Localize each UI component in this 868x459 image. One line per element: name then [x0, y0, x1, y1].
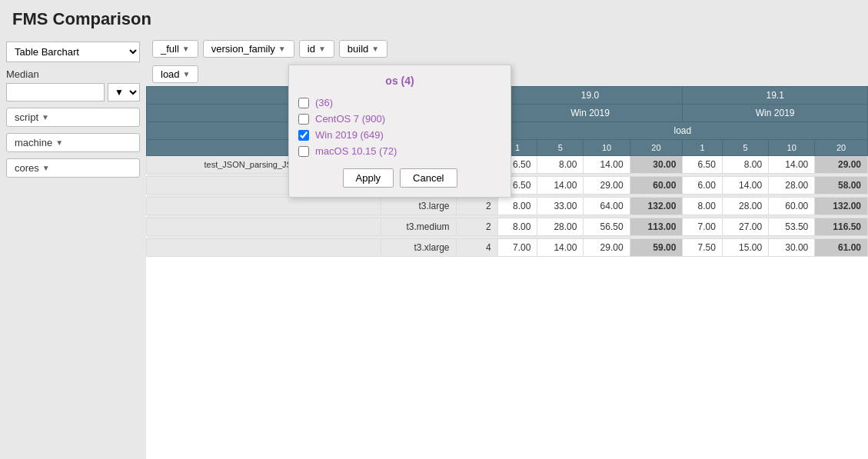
script-filter-arrow: ▼	[42, 113, 49, 121]
cell-value: 8.00	[683, 198, 723, 215]
checkbox-centos7[interactable]	[298, 114, 309, 125]
cell-value: 64.00	[584, 198, 630, 215]
cell-value: 132.00	[815, 198, 868, 215]
label-macos[interactable]: macOS 10.15 (72)	[315, 145, 397, 157]
apply-button[interactable]: Apply	[343, 168, 394, 188]
cell-script	[147, 218, 381, 236]
cell-machine: t3.xlarge	[381, 239, 456, 257]
content-area: _full ▼ version_family ▼ id ▼ build ▼	[146, 35, 868, 459]
th-load-20b: 20	[815, 140, 868, 156]
cell-value: 56.50	[584, 218, 630, 236]
th-19-1: 19.1	[683, 87, 868, 105]
build-arrow: ▼	[371, 45, 379, 53]
cell-cores: 2	[456, 198, 497, 215]
cores-filter-btn[interactable]: cores ▼	[6, 158, 140, 178]
cell-value: 30.00	[630, 156, 683, 174]
cell-script	[147, 239, 381, 257]
cell-value: 7.00	[683, 218, 723, 236]
version-family-arrow: ▼	[278, 45, 286, 53]
machine-filter-btn[interactable]: machine ▼	[6, 133, 140, 152]
label-os-36[interactable]: (36)	[315, 97, 333, 108]
cell-value: 6.50	[683, 156, 723, 174]
cell-value: 113.00	[630, 218, 683, 236]
cores-filter-label: cores	[15, 162, 39, 174]
th-load-5a: 5	[537, 140, 584, 156]
cell-value: 28.00	[722, 198, 768, 215]
machine-filter-label: machine	[15, 137, 52, 148]
cell-value: 27.00	[722, 218, 768, 236]
cell-machine: t3.medium	[381, 218, 456, 236]
cell-value: 29.00	[584, 177, 630, 195]
table-row: t3.xlarge47.0014.0029.0059.007.5015.0030…	[147, 239, 868, 257]
th-load-1b: 1	[683, 140, 723, 156]
cell-value: 60.00	[769, 198, 815, 215]
cell-value: 14.00	[769, 156, 815, 174]
build-label: build	[348, 43, 368, 55]
cell-value: 14.00	[722, 177, 768, 195]
full-filter-label: _full	[161, 43, 179, 55]
th-load-10a: 10	[584, 140, 630, 156]
version-family-filter-tag[interactable]: version_family ▼	[203, 40, 294, 58]
aggregation-label: Median	[6, 68, 140, 80]
cell-value: 53.50	[769, 218, 815, 236]
cell-machine: t3.large	[381, 198, 456, 215]
checkbox-win2019[interactable]	[298, 130, 309, 141]
cell-cores: 2	[456, 218, 497, 236]
cell-value: 29.00	[584, 239, 630, 257]
cell-value: 14.00	[537, 239, 584, 257]
dropdown-item-2: Win 2019 (649)	[298, 127, 501, 143]
full-filter-arrow: ▼	[182, 45, 190, 53]
cell-value: 132.00	[630, 198, 683, 215]
cell-value: 6.00	[683, 177, 723, 195]
cell-cores: 4	[456, 239, 497, 257]
cell-value: 7.50	[683, 239, 723, 257]
cell-script	[147, 198, 381, 215]
aggregation-select[interactable]: ▼	[108, 83, 140, 101]
aggregation-input[interactable]: median	[6, 83, 105, 101]
label-win2019[interactable]: Win 2019 (649)	[315, 129, 384, 141]
cell-value: 7.00	[497, 239, 537, 257]
dropdown-actions: Apply Cancel	[298, 168, 501, 188]
th-os-win2019-0: Win 2019	[497, 105, 683, 122]
sidebar: Table Barchart Median median ▼ script ▼ …	[0, 35, 146, 459]
label-centos7[interactable]: CentOS 7 (900)	[315, 113, 385, 125]
script-filter-label: script	[15, 111, 38, 123]
main-area: Table Barchart Median median ▼ script ▼ …	[0, 35, 868, 459]
os-dropdown: os (4) (36) CentOS 7 (900) Win 2019 (649…	[288, 65, 511, 198]
app-container: FMS Comparison Table Barchart Median med…	[0, 0, 868, 459]
th-load-5b: 5	[722, 140, 768, 156]
dropdown-item-3: macOS 10.15 (72)	[298, 143, 501, 159]
filter-bar: _full ▼ version_family ▼ id ▼ build ▼	[146, 35, 868, 62]
dropdown-item-0: (36)	[298, 95, 501, 111]
page-title: FMS Comparison	[12, 9, 856, 29]
full-filter-tag[interactable]: _full ▼	[152, 40, 198, 58]
script-filter-btn[interactable]: script ▼	[6, 108, 140, 127]
chart-type-select[interactable]: Table Barchart	[6, 42, 140, 62]
load-filter-tag[interactable]: load ▼	[152, 65, 198, 83]
id-filter-tag[interactable]: id ▼	[299, 40, 334, 58]
checkbox-os-36[interactable]	[298, 98, 309, 108]
cell-value: 8.00	[537, 156, 584, 174]
cell-value: 8.00	[497, 198, 537, 215]
th-load-20a: 20	[630, 140, 683, 156]
id-arrow: ▼	[318, 45, 326, 53]
load-label: load	[161, 68, 180, 80]
cell-value: 30.00	[769, 239, 815, 257]
cancel-button[interactable]: Cancel	[400, 168, 457, 188]
cell-value: 29.00	[815, 156, 868, 174]
build-filter-tag[interactable]: build ▼	[339, 40, 387, 58]
cell-value: 14.00	[584, 156, 630, 174]
title-bar: FMS Comparison	[0, 0, 868, 35]
cell-value: 116.50	[815, 218, 868, 236]
cell-value: 58.00	[815, 177, 868, 195]
cell-value: 15.00	[722, 239, 768, 257]
aggregation-row: Median median ▼	[6, 68, 140, 101]
load-arrow: ▼	[183, 70, 191, 78]
machine-filter-arrow: ▼	[55, 138, 63, 147]
th-load-label: load	[497, 122, 867, 140]
cell-value: 14.00	[537, 177, 584, 195]
version-family-label: version_family	[211, 43, 275, 55]
checkbox-macos[interactable]	[298, 146, 309, 157]
cell-value: 8.00	[722, 156, 768, 174]
cell-value: 33.00	[537, 198, 584, 215]
